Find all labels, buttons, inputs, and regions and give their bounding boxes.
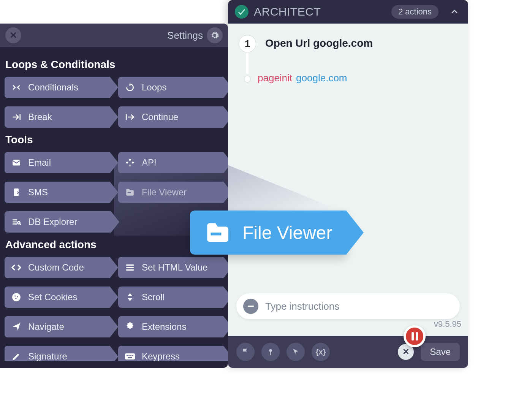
- chip-extensions[interactable]: Extensions: [118, 316, 223, 337]
- pause-button[interactable]: [404, 325, 426, 347]
- chip-continue[interactable]: Continue: [118, 106, 223, 128]
- architect-panel: ARCHITECT 2 actions 1 Open Url google.co…: [228, 0, 468, 368]
- gear-icon: [207, 27, 223, 43]
- actions-count-badge[interactable]: 2 actions: [391, 5, 439, 19]
- folder-icon: [124, 187, 136, 198]
- pause-icon: [412, 332, 418, 340]
- palette-header: ✕ Settings: [0, 24, 228, 47]
- variables-icon[interactable]: {x}: [312, 343, 330, 361]
- svg-rect-20: [128, 355, 130, 356]
- continue-icon: [124, 111, 136, 123]
- puzzle-icon: [124, 321, 136, 332]
- palette-panel: ✕ Settings Loops & Conditionals Conditio…: [0, 24, 228, 368]
- svg-rect-24: [211, 233, 222, 235]
- instructions-placeholder: Type instructions: [265, 301, 453, 312]
- pin-icon[interactable]: [261, 343, 280, 361]
- step-connector: [246, 52, 249, 74]
- api-icon: [124, 157, 136, 168]
- chip-break[interactable]: Break: [5, 106, 110, 128]
- svg-rect-23: [128, 357, 132, 358]
- svg-rect-22: [132, 355, 133, 356]
- chip-set-html[interactable]: Set HTML Value: [118, 257, 223, 278]
- minus-circle-icon[interactable]: [243, 299, 258, 314]
- db-icon: [11, 216, 22, 228]
- dragging-chip-label: File Viewer: [242, 222, 332, 243]
- list-icon: [124, 262, 136, 273]
- sub-step-dot: [244, 76, 251, 82]
- architect-header: ARCHITECT 2 actions: [228, 0, 468, 24]
- sub-step-line: pageinit google.com: [258, 72, 347, 84]
- chip-keypress[interactable]: Keypress: [118, 346, 223, 361]
- chip-api[interactable]: API: [118, 152, 223, 173]
- svg-point-17: [15, 298, 16, 299]
- svg-rect-19: [127, 355, 128, 356]
- break-icon: [11, 111, 22, 123]
- chip-email[interactable]: Email: [5, 152, 110, 173]
- collapse-chevron-icon[interactable]: [448, 5, 461, 19]
- chip-sms[interactable]: SMS: [5, 182, 110, 203]
- folder-icon: [204, 218, 232, 247]
- chip-conditionals[interactable]: Conditionals: [5, 77, 110, 98]
- instructions-input-bar[interactable]: Type instructions: [236, 293, 460, 319]
- sub-step-url: google.com: [296, 72, 347, 84]
- chip-custom-code[interactable]: Custom Code: [5, 257, 110, 278]
- chip-scroll[interactable]: Scroll: [118, 287, 223, 308]
- svg-rect-2: [270, 351, 271, 355]
- code-icon: [11, 262, 22, 273]
- chip-loops[interactable]: Loops: [118, 77, 223, 98]
- chip-file-viewer[interactable]: File Viewer: [118, 182, 223, 203]
- chip-signature[interactable]: Signature: [5, 346, 110, 361]
- section-title-tools: Tools: [5, 134, 223, 146]
- save-button[interactable]: Save: [421, 343, 460, 361]
- svg-rect-21: [130, 355, 131, 356]
- actions-list: 1 Open Url google.com pageinit google.co…: [228, 24, 468, 324]
- action-step-title: Open Url google.com: [265, 37, 373, 49]
- svg-rect-5: [128, 192, 131, 193]
- navigate-icon: [11, 321, 22, 332]
- sub-step-kind: pageinit: [258, 72, 292, 84]
- version-label: v9.5.95: [434, 319, 461, 329]
- svg-line-10: [20, 223, 21, 225]
- architect-footer: {x} ✕ Save: [228, 336, 468, 368]
- svg-point-14: [12, 293, 21, 301]
- chip-db-explorer[interactable]: DB Explorer: [5, 211, 111, 233]
- architect-title: ARCHITECT: [254, 5, 321, 18]
- section-title-loops: Loops & Conditionals: [5, 59, 223, 71]
- scroll-icon: [124, 291, 136, 303]
- settings-button[interactable]: Settings: [167, 27, 223, 43]
- cookie-icon: [11, 291, 22, 303]
- keyboard-icon: [124, 351, 136, 361]
- chip-navigate[interactable]: Navigate: [5, 316, 110, 337]
- flag-icon[interactable]: [236, 343, 255, 361]
- action-item-1[interactable]: 1 Open Url google.com: [239, 35, 458, 52]
- svg-rect-18: [125, 353, 135, 359]
- signature-icon: [11, 351, 22, 361]
- chip-set-cookies[interactable]: Set Cookies: [5, 287, 110, 308]
- loop-icon: [124, 82, 136, 93]
- svg-point-16: [17, 296, 18, 297]
- mail-icon: [11, 157, 22, 168]
- branch-icon: [11, 82, 22, 93]
- dragging-file-viewer-chip[interactable]: File Viewer: [190, 211, 346, 255]
- action-step-number: 1: [239, 35, 256, 52]
- palette-close-button[interactable]: ✕: [5, 27, 21, 43]
- sms-icon: [11, 187, 22, 198]
- cursor-icon[interactable]: [287, 343, 305, 361]
- svg-point-15: [14, 295, 16, 296]
- architect-logo-icon: [235, 5, 249, 19]
- settings-label: Settings: [167, 30, 203, 41]
